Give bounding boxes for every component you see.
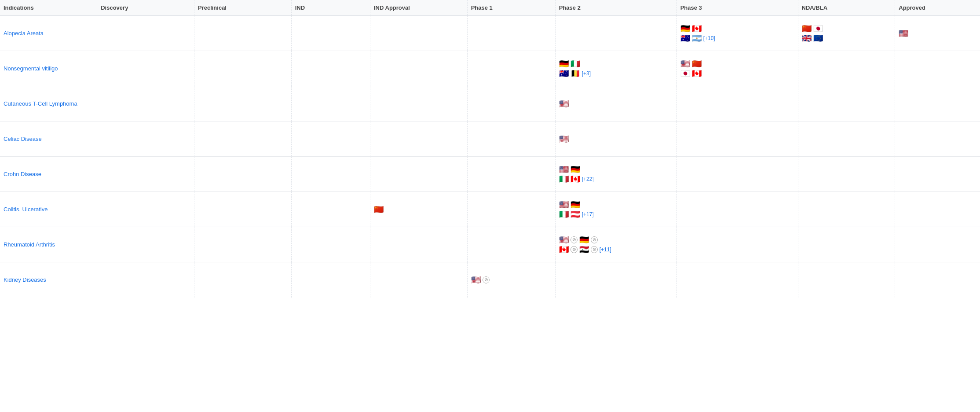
cell-content: 🇩🇪🇮🇹🇦🇺🇧🇪[+3] xyxy=(559,60,673,77)
table-row: Alopecia Areata🇩🇪🇨🇦🇦🇺🇦🇷[+10]🇨🇳🇯🇵🇬🇧🇪🇺🇺🇸 xyxy=(0,16,980,51)
indication-name[interactable]: Nonsegmental vitiligo xyxy=(4,65,58,72)
flag-icon: 🇮🇹 xyxy=(559,210,569,218)
indication-name[interactable]: Alopecia Areata xyxy=(4,30,44,37)
cell-ind xyxy=(291,51,370,86)
flag-icon: 🇺🇸 xyxy=(471,276,481,284)
more-badge[interactable]: [+3] xyxy=(582,70,591,77)
flag-icon: 🇦🇹 xyxy=(570,210,580,218)
cell-approved: 🇺🇸 xyxy=(895,16,980,51)
cell-content: 🇺🇸🇩🇪🇮🇹🇨🇦[+22] xyxy=(559,166,673,183)
cell-nda: 🇨🇳🇯🇵🇬🇧🇪🇺 xyxy=(798,16,895,51)
cell-ind-approval xyxy=(370,262,467,298)
more-badge[interactable]: [+22] xyxy=(582,176,594,182)
flag-icon: 🇺🇸 xyxy=(680,60,690,68)
flag-icon: 🇩🇪 xyxy=(680,25,690,33)
col-header-ind: IND xyxy=(291,0,370,16)
cell-nda xyxy=(798,192,895,227)
cell-discovery xyxy=(97,121,194,157)
cell-nda xyxy=(798,262,895,298)
cell-preclinical xyxy=(194,121,291,157)
more-badge[interactable]: [+11] xyxy=(600,246,611,253)
cell-phase2: 🇺🇸 xyxy=(555,121,676,157)
cell-phase3 xyxy=(676,86,798,121)
table-row: Celiac Disease🇺🇸 xyxy=(0,121,980,157)
indication-name[interactable]: Rheumatoid Arthritis xyxy=(4,241,55,248)
flag-icon: 🇺🇸 xyxy=(899,29,908,37)
cancelled-icon: ⊘ xyxy=(591,246,598,253)
cell-phase3 xyxy=(676,192,798,227)
col-header-approved: Approved xyxy=(895,0,980,16)
cell-phase3 xyxy=(676,262,798,298)
cell-content: 🇩🇪🇨🇦🇦🇺🇦🇷[+10] xyxy=(680,25,794,42)
cell-preclinical xyxy=(194,227,291,262)
cell-phase1: 🇺🇸⊘ xyxy=(467,262,555,298)
cell-phase3 xyxy=(676,227,798,262)
cell-phase1 xyxy=(467,86,555,121)
indication-name[interactable]: Celiac Disease xyxy=(4,136,42,142)
table-row: Crohn Disease🇺🇸🇩🇪🇮🇹🇨🇦[+22] xyxy=(0,157,980,192)
cell-preclinical xyxy=(194,262,291,298)
indication-name[interactable]: Cutaneous T-Cell Lymphoma xyxy=(4,100,77,107)
cell-ind-approval xyxy=(370,227,467,262)
cell-nda xyxy=(798,121,895,157)
table-row: Nonsegmental vitiligo🇩🇪🇮🇹🇦🇺🇧🇪[+3]🇺🇸🇨🇳🇯🇵🇨… xyxy=(0,51,980,86)
flag-icon: 🇩🇪 xyxy=(559,60,569,68)
cell-discovery xyxy=(97,157,194,192)
flag-icon: 🇮🇹 xyxy=(559,175,569,183)
col-header-phase1: Phase 1 xyxy=(467,0,555,16)
cell-preclinical xyxy=(194,157,291,192)
cell-ind xyxy=(291,86,370,121)
table-row: Colitis, Ulcerative🇨🇳🇺🇸🇩🇪🇮🇹🇦🇹[+17] xyxy=(0,192,980,227)
cell-content: 🇺🇸⊘🇩🇪⊘🇨🇦⊘🇸🇾⊘[+11] xyxy=(559,236,673,254)
flag-icon: 🇨🇦 xyxy=(559,246,569,254)
cancelled-icon: ⊘ xyxy=(570,246,578,253)
cell-preclinical xyxy=(194,86,291,121)
cell-content: 🇺🇸 xyxy=(559,100,673,108)
col-header-discovery: Discovery xyxy=(97,0,194,16)
cell-approved xyxy=(895,121,980,157)
flag-icon: 🇺🇸 xyxy=(559,201,569,209)
cell-phase1 xyxy=(467,121,555,157)
more-badge[interactable]: [+10] xyxy=(703,35,715,41)
col-header-phase3: Phase 3 xyxy=(676,0,798,16)
flag-icon: 🇨🇳 xyxy=(802,25,812,33)
flag-icon: 🇨🇦 xyxy=(692,70,702,77)
cell-discovery xyxy=(97,227,194,262)
cell-content: 🇨🇳🇯🇵🇬🇧🇪🇺 xyxy=(802,25,892,42)
cell-ind-approval xyxy=(370,16,467,51)
cell-ind-approval xyxy=(370,51,467,86)
cell-discovery xyxy=(97,192,194,227)
cell-approved xyxy=(895,192,980,227)
cell-preclinical xyxy=(194,16,291,51)
flag-icon: 🇦🇷 xyxy=(692,34,702,42)
cell-ind xyxy=(291,262,370,298)
cell-phase3: 🇩🇪🇨🇦🇦🇺🇦🇷[+10] xyxy=(676,16,798,51)
cell-nda xyxy=(798,86,895,121)
cell-content: 🇨🇳 xyxy=(374,206,464,213)
cell-content: 🇺🇸⊘ xyxy=(471,276,552,284)
cell-phase3 xyxy=(676,157,798,192)
more-badge[interactable]: [+17] xyxy=(582,211,594,217)
col-header-preclinical: Preclinical xyxy=(194,0,291,16)
cell-approved xyxy=(895,157,980,192)
cell-ind xyxy=(291,192,370,227)
flag-icon: 🇯🇵 xyxy=(813,25,823,33)
cancelled-icon: ⊘ xyxy=(483,276,490,283)
cell-phase2 xyxy=(555,16,676,51)
col-header-indications: Indications xyxy=(0,0,97,16)
indication-name[interactable]: Colitis, Ulcerative xyxy=(4,206,48,213)
cell-ind xyxy=(291,157,370,192)
cell-phase3: 🇺🇸🇨🇳🇯🇵🇨🇦 xyxy=(676,51,798,86)
flag-icon: 🇺🇸 xyxy=(559,236,569,244)
cancelled-icon: ⊘ xyxy=(591,236,598,243)
cell-phase1 xyxy=(467,51,555,86)
cell-nda xyxy=(798,227,895,262)
cell-content: 🇺🇸🇩🇪🇮🇹🇦🇹[+17] xyxy=(559,201,673,218)
flag-icon: 🇧🇪 xyxy=(570,70,580,77)
indication-name[interactable]: Kidney Diseases xyxy=(4,276,46,283)
cell-approved xyxy=(895,227,980,262)
cell-phase2: 🇺🇸🇩🇪🇮🇹🇦🇹[+17] xyxy=(555,192,676,227)
indication-name[interactable]: Crohn Disease xyxy=(4,171,41,177)
cell-ind xyxy=(291,121,370,157)
flag-icon: 🇩🇪 xyxy=(570,201,580,209)
